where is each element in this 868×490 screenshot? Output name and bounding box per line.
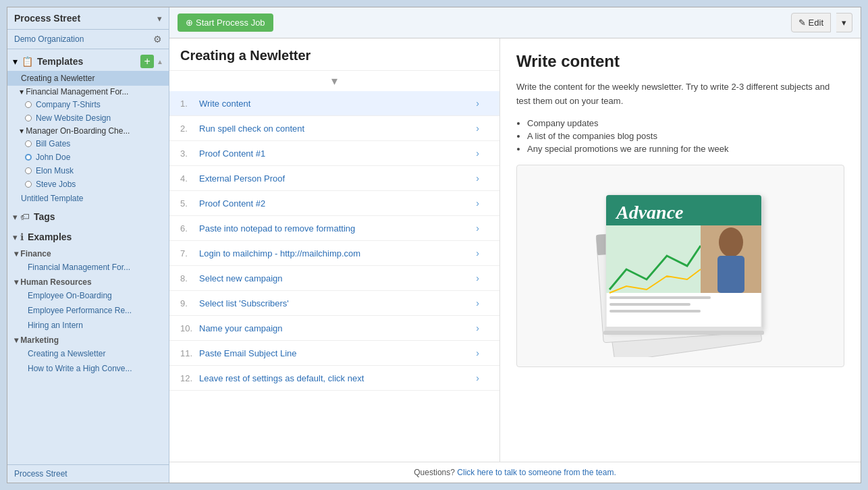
svg-point-10	[719, 227, 743, 257]
radio-dot-john-doe	[25, 154, 32, 161]
checklist-item-10[interactable]: 11. Paste Email Subject Line ›	[169, 341, 499, 366]
sidebar-item-bill-gates[interactable]: Bill Gates	[7, 137, 169, 151]
chevron-icon-9: ›	[476, 323, 479, 333]
sidebar-item-employee-performance[interactable]: Employee Performance Re...	[7, 303, 169, 318]
bill-gates-label: Bill Gates	[36, 139, 70, 148]
scroll-hint: ▾	[169, 71, 499, 91]
svg-rect-8	[606, 225, 701, 293]
radio-dot-new-website	[25, 115, 32, 121]
checklist-item-6[interactable]: 7. Login to mailchimp - http://mailchimp…	[169, 241, 499, 266]
detail-list: Company updates A list of the companies …	[527, 118, 844, 154]
category-finance: ▾ Finance	[7, 246, 169, 260]
checklist-item-0[interactable]: 1. Write content ›	[169, 91, 499, 116]
detail-description: Write the content for the weekly newslet…	[516, 80, 844, 109]
item-text-0: Write content	[199, 99, 473, 109]
examples-section-header[interactable]: ▾ ℹ Examples	[7, 227, 169, 246]
scroll-up-indicator: ▲	[157, 58, 163, 65]
finance-triangle-icon: ▾	[14, 249, 20, 258]
triangle-tag-icon: ▾	[13, 212, 18, 222]
sidebar-item-financial-group[interactable]: ▾ Financial Management For...	[7, 86, 169, 98]
financial-group-label: Financial Management For...	[26, 87, 128, 97]
checklist-panel: Creating a Newletter ▾ 1. Write content …	[169, 38, 500, 462]
sidebar-item-elon-musk[interactable]: Elon Musk	[7, 164, 169, 178]
item-text-2: Proof Content #1	[199, 148, 473, 159]
item-text-9: Name your campaign	[199, 323, 473, 333]
checklist-item-4[interactable]: 5. Proof Content #2 ›	[169, 191, 499, 216]
sidebar-item-company-tshirts[interactable]: Company T-Shirts	[7, 98, 169, 111]
edit-dropdown-button[interactable]: ▾	[836, 13, 852, 32]
svg-rect-16	[603, 331, 764, 335]
item-text-6: Login to mailchimp - http://mailchimp.co…	[199, 248, 473, 258]
sidebar-bottom[interactable]: Process Street	[7, 464, 169, 483]
info-icon: ℹ	[20, 232, 24, 242]
checklist-item-8[interactable]: 9. Select list 'Subscribers' ›	[169, 291, 499, 316]
john-doe-label: John Doe	[36, 153, 70, 162]
item-text-8: Select list 'Subscribers'	[199, 298, 473, 308]
elon-musk-label: Elon Musk	[36, 166, 74, 175]
sidebar-item-high-converting[interactable]: How to Write a High Conve...	[7, 361, 169, 376]
edit-icon: ✎	[798, 18, 806, 28]
checklist-item-7[interactable]: 8. Select new campaign ›	[169, 266, 499, 291]
svg-text:Advance: Advance	[615, 202, 684, 223]
item-num-8: 9.	[180, 298, 196, 308]
checklist-title: Creating a Newletter	[169, 38, 499, 71]
item-num-11: 12.	[180, 373, 196, 383]
checklist-item-5[interactable]: 6. Paste into notepad to remove formatti…	[169, 216, 499, 241]
templates-label: Templates	[37, 56, 140, 67]
item-text-10: Paste Email Subject Line	[199, 348, 473, 358]
checklist-item-1[interactable]: 2. Run spell check on content ›	[169, 116, 499, 141]
settings-icon[interactable]: ⚙	[153, 34, 162, 45]
manager-group-label: Manager On-Boarding Che...	[26, 126, 130, 136]
magazine-image: Advance	[516, 165, 844, 367]
add-template-button[interactable]: +	[140, 55, 154, 68]
chevron-icon-6: ›	[476, 248, 479, 258]
checklist-item-2[interactable]: 3. Proof Content #1 ›	[169, 141, 499, 166]
new-website-label: New Website Design	[36, 113, 111, 123]
radio-dot-steve-jobs	[25, 181, 32, 188]
main-content: ⊕ Start Process Job ✎ Edit ▾ Creating a …	[169, 7, 861, 483]
hr-triangle-icon: ▾	[14, 277, 20, 287]
sidebar-item-creating-newsletter[interactable]: Creating a Newletter	[7, 71, 169, 86]
sidebar-item-steve-jobs[interactable]: Steve Jobs	[7, 178, 169, 191]
item-num-4: 5.	[180, 198, 196, 209]
chevron-icon-10: ›	[476, 348, 479, 358]
sidebar-item-new-website[interactable]: New Website Design	[7, 111, 169, 125]
footer: Questions? Click here to talk to someone…	[169, 462, 861, 483]
sidebar-item-financial-management[interactable]: Financial Management For...	[7, 260, 169, 275]
sidebar-scroll-area: ▾ 📋 Templates + ▲ Creating a Newletter ▾…	[7, 49, 169, 464]
chevron-icon-1: ›	[476, 123, 479, 134]
tags-label: Tags	[34, 211, 163, 222]
item-num-6: 7.	[180, 248, 196, 258]
sidebar-item-employee-onboarding[interactable]: Employee On-Boarding	[7, 288, 169, 303]
footer-link[interactable]: Click here to talk to someone from the t…	[457, 468, 616, 477]
item-num-10: 11.	[180, 348, 196, 358]
category-hr: ▾ Human Resources	[7, 275, 169, 288]
checklist-item-9[interactable]: 10. Name your campaign ›	[169, 316, 499, 341]
checklist-item-3[interactable]: 4. External Person Proof ›	[169, 166, 499, 191]
item-num-5: 6.	[180, 223, 196, 234]
edit-button[interactable]: ✎ Edit	[791, 13, 831, 32]
tags-section-header[interactable]: ▾ 🏷 Tags	[7, 206, 169, 227]
templates-section-header[interactable]: ▾ 📋 Templates + ▲	[7, 49, 169, 71]
detail-panel: Write content Write the content for the …	[500, 38, 861, 462]
checklist-item-11[interactable]: 12. Leave rest of settings as default, c…	[169, 366, 499, 391]
templates-icon: ▾	[13, 56, 18, 67]
sidebar: Process Street ▾ Demo Organization ⚙ ▾ 📋…	[7, 7, 169, 483]
chevron-icon-8: ›	[476, 298, 479, 308]
sidebar-item-creating-newsletter-examples[interactable]: Creating a Newsletter	[7, 346, 169, 361]
triangle-examples-icon: ▾	[13, 232, 18, 242]
svg-rect-11	[717, 256, 744, 293]
app-dropdown-icon[interactable]: ▾	[157, 13, 162, 24]
item-text-1: Run spell check on content	[199, 124, 473, 134]
chevron-icon-5: ›	[476, 223, 479, 234]
item-text-3: External Person Proof	[199, 173, 473, 184]
org-name[interactable]: Demo Organization	[14, 34, 84, 44]
sidebar-item-hiring-intern[interactable]: Hiring an Intern	[7, 318, 169, 333]
sidebar-item-manager-group[interactable]: ▾ Manager On-Boarding Che...	[7, 125, 169, 137]
edit-label: Edit	[809, 18, 823, 28]
sidebar-item-john-doe[interactable]: John Doe	[7, 151, 169, 164]
detail-list-item-2: Any special promotions we are running fo…	[527, 144, 844, 154]
start-process-button[interactable]: ⊕ Start Process Job	[178, 13, 273, 32]
sidebar-item-untitled-template[interactable]: Untitled Template	[7, 191, 169, 206]
item-num-9: 10.	[180, 323, 196, 333]
